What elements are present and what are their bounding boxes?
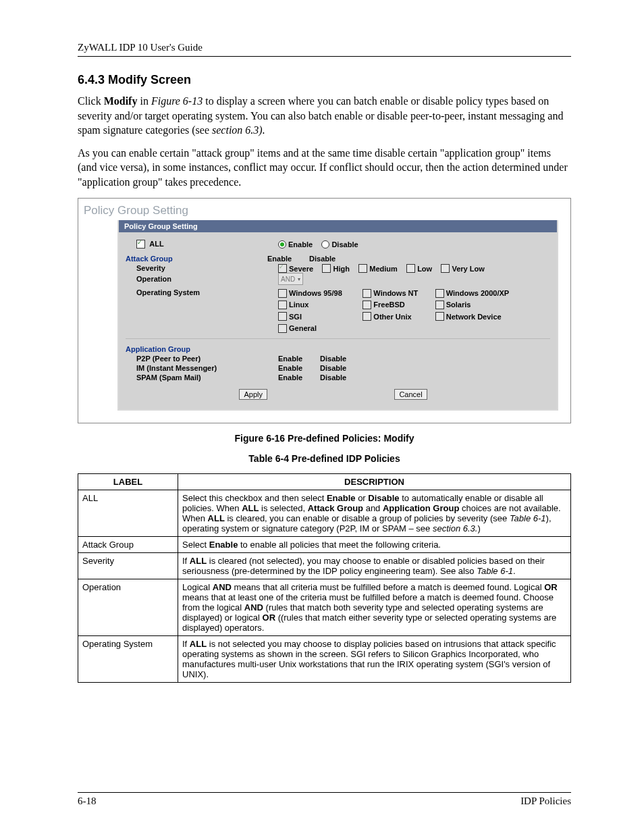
spam-label: SPAM (Spam Mail) [136,373,201,382]
os-freebsd-checkbox[interactable] [363,301,371,309]
text-bold: ALL [190,556,207,566]
text: Click [78,95,104,107]
text-bold: ALL [242,503,259,513]
im-disable[interactable]: Disable [320,364,346,372]
text: is not selected you may choose to displa… [182,639,556,679]
text-bold: Enable [327,493,356,503]
text: to enable all policies that meet the fol… [238,540,441,550]
text-italic: Figure 6-13 [151,95,203,107]
text: Select [182,540,209,550]
text-bold: ALL [208,513,225,523]
text: or [356,493,369,503]
cell-description: If ALL is not selected you may choose to… [178,635,571,682]
text-bold: Enable [209,540,238,550]
os-w2kxp-label: Windows 2000/XP [446,289,509,297]
text-italic: section 6.3. [433,523,478,533]
table-row: ALL Select this checkbox and then select… [78,490,571,536]
os-linux-checkbox[interactable] [278,301,287,309]
sev-medium-label: Medium [369,265,398,273]
text: Select this checkbox and then select [182,493,327,503]
text-bold: OR [263,613,276,623]
os-w9598-label: Windows 95/98 [289,289,354,297]
sev-low-checkbox[interactable] [406,264,415,273]
sev-severe-checkbox[interactable] [278,264,287,273]
os-netdev-checkbox[interactable] [435,312,444,321]
os-w9598-checkbox[interactable] [278,289,287,298]
operation-label: Operation [136,275,171,283]
os-label: Operating System [136,288,200,296]
th-label: LABEL [78,473,178,490]
spam-enable[interactable]: Enable [278,373,302,382]
operation-dropdown-value: AND [281,276,295,283]
text: and [363,503,383,513]
os-sgi-label: SGI [289,313,354,321]
text-bold: Modify [104,95,138,107]
sev-vlow-label: Very Low [452,265,484,273]
os-ounix-label: Other Unix [373,313,426,321]
page-footer: 6-18 IDP Policies [78,792,571,807]
os-freebsd-label: FreeBSD [373,301,426,309]
enable-radio[interactable] [278,240,286,249]
cell-description: If ALL is cleared (not selected), you ma… [178,552,571,579]
os-solaris-label: Solaris [446,301,471,309]
spam-disable[interactable]: Disable [320,373,346,382]
chevron-down-icon: ▾ [298,276,300,282]
os-solaris-checkbox[interactable] [435,301,444,309]
sev-vlow-checkbox[interactable] [441,264,450,273]
p2p-enable[interactable]: Enable [278,355,302,363]
os-ounix-checkbox[interactable] [363,312,371,321]
application-group-heading: Application Group [126,345,190,353]
os-wnt-checkbox[interactable] [363,289,371,298]
os-netdev-label: Network Device [446,313,502,321]
cell-label: ALL [78,490,178,536]
cell-description: Select this checkbox and then select Ena… [178,490,571,536]
sev-medium-checkbox[interactable] [358,264,367,273]
separator [126,338,550,339]
text-bold: Application Group [383,503,459,513]
operation-dropdown[interactable]: AND ▾ [278,273,303,285]
attack-group-heading: Attack Group [126,255,173,263]
text-bold: AND [244,602,263,613]
sev-high-checkbox[interactable] [322,264,331,273]
p2p-disable[interactable]: Disable [320,355,346,363]
p2p-label: P2P (Peer to Peer) [136,355,200,363]
text: If [182,556,190,566]
text-bold: Attack Group [308,503,363,513]
text: If [182,639,190,649]
all-checkbox[interactable] [136,240,145,249]
os-general-checkbox[interactable] [278,324,287,333]
policies-table: LABEL DESCRIPTION ALL Select this checkb… [78,473,571,683]
footer-section: IDP Policies [520,796,571,807]
table-header-row: LABEL DESCRIPTION [78,473,571,490]
paragraph-2: As you can enable certain "attack group"… [78,146,571,190]
cell-label: Severity [78,552,178,579]
text-italic: section 6.3). [212,124,265,136]
im-enable[interactable]: Enable [278,364,302,372]
apply-button[interactable]: Apply [239,389,267,400]
text: in [137,95,151,107]
disable-col-header: Disable [309,255,336,263]
table-row: Operation Logical AND means that all cri… [78,579,571,635]
th-description: DESCRIPTION [178,473,571,490]
disable-label: Disable [331,240,358,249]
os-wnt-label: Windows NT [373,289,426,297]
im-label: IM (Instant Messenger) [136,364,217,372]
panel-header: Policy Group Setting [119,220,557,232]
cell-description: Logical AND means that all criteria must… [178,579,571,635]
os-sgi-checkbox[interactable] [278,312,287,321]
text: . [513,566,516,576]
header-rule [78,56,571,57]
table-row: Severity If ALL is cleared (not selected… [78,552,571,579]
text-bold: AND [213,582,232,592]
text-italic: Table 6-1 [477,566,513,576]
severity-label: Severity [136,264,165,272]
figure-caption: Figure 6-16 Pre-defined Policies: Modify [78,433,571,444]
page-number: 6-18 [78,796,97,807]
os-w2kxp-checkbox[interactable] [435,289,444,298]
disable-radio[interactable] [321,240,329,249]
table-row: Operating System If ALL is not selected … [78,635,571,682]
cancel-button[interactable]: Cancel [394,389,427,400]
os-general-label: General [289,324,317,332]
all-label: ALL [149,240,163,248]
section-heading: 6.4.3 Modify Screen [78,73,571,87]
